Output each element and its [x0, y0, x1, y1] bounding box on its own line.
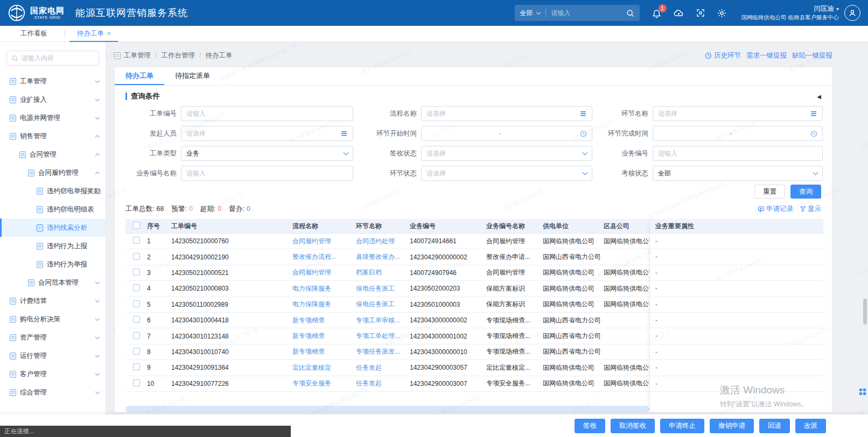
flow-name-link[interactable]: 合同履约管理: [292, 268, 356, 277]
field-picker[interactable]: 请选择: [181, 126, 353, 141]
step-name-link[interactable]: 县级整改催办...: [356, 252, 410, 262]
flow-name-link[interactable]: 电力保障服务: [292, 300, 356, 309]
reset-button[interactable]: 重置: [754, 185, 785, 199]
row-checkbox[interactable]: [133, 300, 140, 307]
step-name-link[interactable]: 任务发起: [356, 379, 410, 388]
flow-name-link[interactable]: 新专项稽查: [292, 316, 356, 325]
vertical-scrollbar-thumb[interactable]: [863, 299, 867, 325]
sidebar-item[interactable]: 违约行为举报: [0, 255, 106, 273]
row-checkbox[interactable]: [133, 363, 140, 370]
row-checkbox[interactable]: [133, 348, 140, 355]
step-name-link[interactable]: 任务发起: [356, 363, 410, 372]
action-button[interactable]: 申请终止: [660, 419, 704, 433]
row-checkbox[interactable]: [133, 237, 140, 244]
row-checkbox[interactable]: [133, 332, 140, 339]
fullscreen-button[interactable]: [696, 8, 705, 18]
field-input[interactable]: 请输入: [181, 106, 353, 121]
step-name-link[interactable]: 保电任务派工: [356, 300, 410, 309]
step-name-link[interactable]: 档案归档: [356, 268, 410, 277]
sidebar-item[interactable]: 工单管理: [0, 72, 106, 90]
action-button[interactable]: 签收: [575, 419, 605, 433]
column-settings-icon[interactable]: [859, 389, 866, 396]
notifications-button[interactable]: 1: [652, 8, 662, 18]
row-checkbox[interactable]: [133, 284, 140, 291]
action-button[interactable]: 回退: [759, 419, 790, 433]
apply-records-link[interactable]: 申请记录: [758, 205, 793, 214]
field-picker[interactable]: 请选择: [653, 106, 823, 121]
flow-name-link[interactable]: 整改催办流程...: [292, 252, 356, 262]
demand-report-link[interactable]: 需求一键提报: [746, 51, 787, 60]
display-filter-link[interactable]: 显示: [800, 205, 821, 214]
breadcrumb-item[interactable]: 工单管理: [124, 51, 151, 60]
defect-report-link[interactable]: 缺陷一键提报: [792, 51, 832, 60]
action-button[interactable]: 取消签收: [611, 419, 655, 433]
sidebar-item[interactable]: 违约窃电明细表: [0, 200, 106, 219]
flow-name-link[interactable]: 合同履约管理: [292, 237, 356, 246]
collapse-icon[interactable]: [817, 93, 821, 100]
user-name-dropdown[interactable]: 闫匡迪: [741, 5, 839, 13]
sidebar-item[interactable]: 运行管理: [0, 347, 106, 365]
tab-todo-orders[interactable]: 待办工单×: [69, 26, 118, 42]
step-name-link[interactable]: 专项工单处理...: [356, 332, 410, 341]
search-icon[interactable]: [626, 9, 634, 17]
field-select[interactable]: 业务: [181, 146, 353, 161]
settings-button[interactable]: [717, 8, 727, 18]
row-checkbox[interactable]: [133, 379, 140, 386]
action-button[interactable]: 改派: [795, 419, 826, 433]
field-select[interactable]: 请选择: [421, 146, 592, 161]
system-title: 能源互联网营销服务系统: [75, 6, 188, 19]
sidebar-item[interactable]: 违约窃电举报奖励: [0, 182, 106, 200]
step-name-link[interactable]: 保电任务派工: [356, 284, 410, 293]
sidebar-item[interactable]: 客户管理: [0, 365, 106, 383]
action-button[interactable]: 撤销申请: [710, 419, 754, 433]
supply-org: 国网山西省电力公司: [543, 252, 604, 262]
field-select[interactable]: 请选择: [421, 166, 592, 181]
field-select[interactable]: 全部: [653, 166, 823, 181]
search-input[interactable]: 请输入: [551, 9, 626, 18]
sidebar-item[interactable]: 电源并网管理: [0, 109, 106, 127]
sidebar-item[interactable]: 销售管理: [0, 127, 106, 145]
close-icon[interactable]: ×: [107, 30, 110, 37]
row-checkbox[interactable]: [133, 253, 140, 260]
field-picker[interactable]: 请选择: [421, 106, 592, 121]
avatar[interactable]: [844, 5, 860, 21]
sidebar-item-label: 电源并网管理: [20, 114, 60, 123]
field-input[interactable]: 请输入: [181, 166, 353, 181]
search-button[interactable]: 查询: [790, 185, 821, 199]
row-checkbox[interactable]: [133, 316, 140, 323]
step-name-link[interactable]: 专项工单审核...: [356, 316, 410, 325]
step-name-link[interactable]: 合同违约处理: [356, 237, 410, 246]
flow-name-link[interactable]: 专项安全服务: [292, 379, 356, 388]
sidebar-search-input[interactable]: 请输入内容: [6, 51, 99, 66]
sidebar-item[interactable]: 综合管理: [0, 383, 106, 401]
input-placeholder: 请选择: [426, 169, 446, 178]
cloud-sync-button[interactable]: [673, 8, 684, 18]
step-name-link[interactable]: 专项任务派发...: [356, 347, 410, 356]
sidebar-item[interactable]: 计费结算: [0, 292, 106, 310]
field-daterange[interactable]: -: [653, 126, 823, 141]
field-input[interactable]: 请输入: [653, 146, 823, 161]
horizontal-scrollbar[interactable]: [125, 406, 649, 412]
flow-name-link[interactable]: 新专项稽查: [292, 332, 356, 341]
tab-workboard[interactable]: 工作看板: [13, 26, 55, 42]
flow-name-link[interactable]: 新专项稽查: [292, 347, 356, 356]
flow-name-link[interactable]: 电力保障服务: [292, 284, 356, 293]
sidebar-item[interactable]: 合同管理: [0, 145, 106, 164]
sidebar-item[interactable]: 合同履约管理: [0, 164, 106, 182]
sidebar-item[interactable]: 资产管理: [0, 328, 106, 347]
select-all-checkbox[interactable]: [133, 222, 140, 229]
field-daterange[interactable]: -: [421, 126, 592, 141]
flow-name-link[interactable]: 定比定量核定: [292, 363, 356, 372]
tab-pending-orders[interactable]: 待办工单: [115, 67, 164, 85]
sidebar-item[interactable]: 违约行为上报: [0, 237, 106, 255]
history-steps-link[interactable]: 历史环节: [705, 51, 741, 60]
sidebar-item[interactable]: 违约线索分析: [0, 219, 106, 237]
tab-pending-dispatch[interactable]: 待指定派单: [164, 67, 221, 85]
breadcrumb-item[interactable]: 工作台管理: [161, 51, 195, 60]
sidebar-item[interactable]: 购电分析决策: [0, 310, 106, 328]
sidebar-item[interactable]: 合同范本管理: [0, 273, 106, 292]
global-search[interactable]: 全部 请输入: [515, 5, 640, 21]
sidebar-item[interactable]: 业扩接入: [0, 90, 106, 109]
search-scope-select[interactable]: 全部: [520, 9, 533, 18]
row-checkbox[interactable]: [133, 269, 140, 276]
